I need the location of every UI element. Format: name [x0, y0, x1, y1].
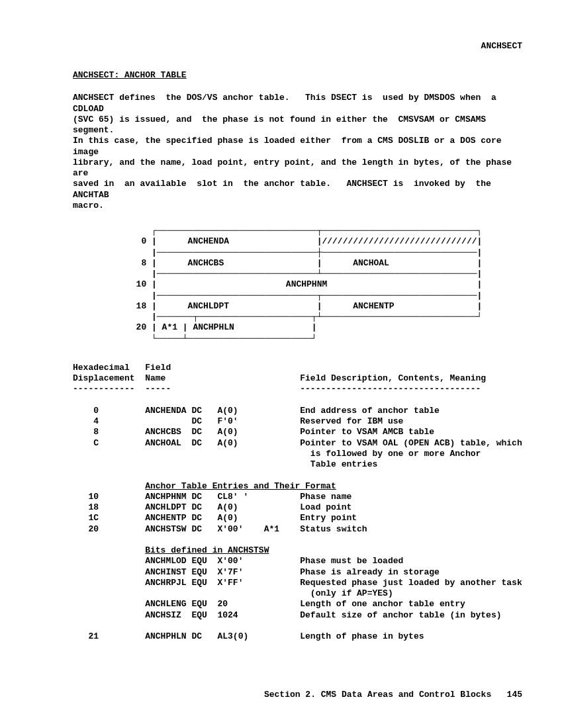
page: ANCHSECT ANCHSECT: ANCHOR TABLE ANCHSECT…	[0, 0, 562, 728]
footer-page-number: 145	[507, 690, 522, 700]
footer-text: Section 2. CMS Data Areas and Control Bl…	[264, 690, 491, 700]
page-footer: Section 2. CMS Data Areas and Control Bl…	[264, 690, 522, 700]
layout-diagram: ┌───────────────────────────────┬───────…	[126, 226, 522, 344]
section-title: ANCHSECT: ANCHOR TABLE	[73, 70, 522, 81]
intro-paragraph: ANCHSECT defines the DOS/VS anchor table…	[73, 93, 522, 211]
field-table: Hexadecimal Field Displacement Name Fiel…	[73, 363, 522, 643]
running-head: ANCHSECT	[481, 41, 522, 52]
